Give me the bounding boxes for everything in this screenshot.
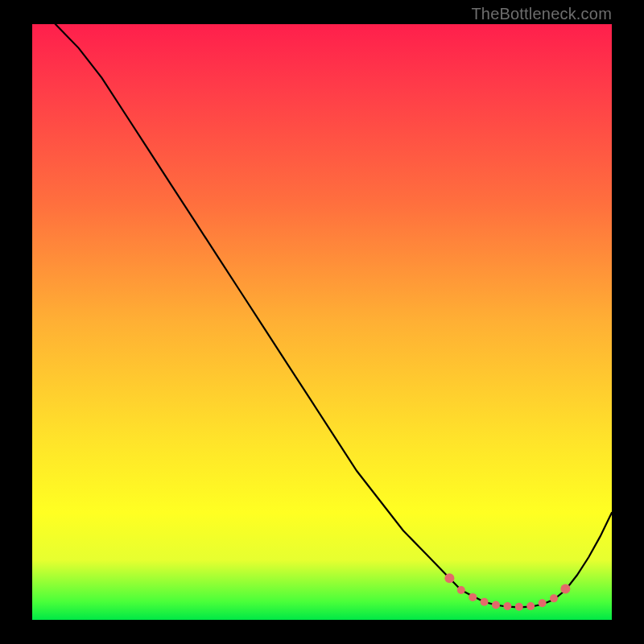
dot (526, 602, 535, 610)
dot (492, 601, 500, 609)
dot (539, 599, 547, 607)
bottleneck-curve (56, 24, 612, 607)
dot (503, 602, 511, 610)
attribution-label: TheBottleneck.com (471, 5, 612, 23)
dot (515, 603, 523, 611)
dot (457, 586, 465, 594)
dot (444, 573, 454, 583)
dot (550, 594, 558, 602)
dot (560, 584, 570, 594)
chart-frame: TheBottleneck.com (0, 0, 644, 644)
bottleneck-dots (444, 573, 570, 611)
dot (469, 593, 477, 601)
dot (481, 598, 489, 606)
chart-svg (32, 24, 612, 620)
plot-area (32, 24, 612, 620)
